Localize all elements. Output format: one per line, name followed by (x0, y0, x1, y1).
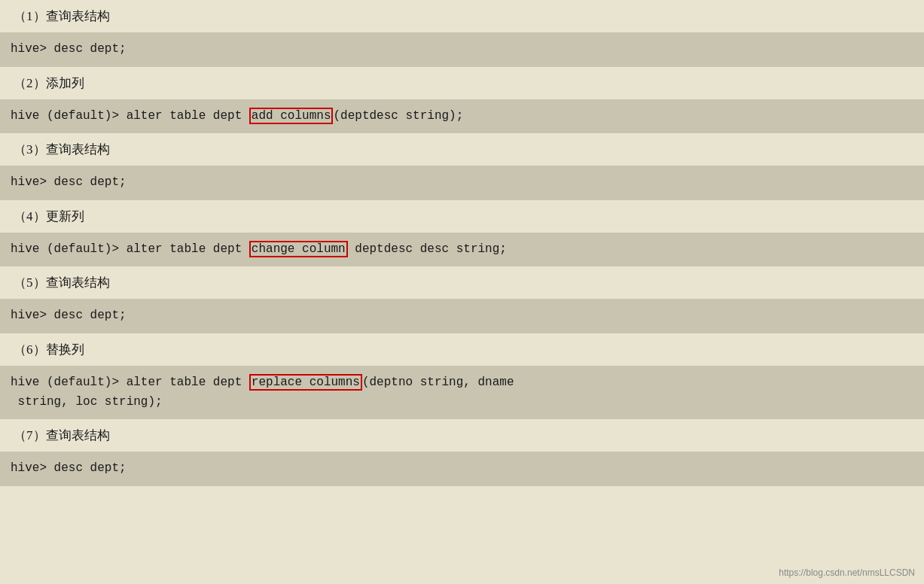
highlight-change-column: change column (249, 241, 348, 257)
heading-5: （5）查询表结构 (0, 266, 924, 299)
section-1: （1）查询表结构 hive> desc dept; (0, 0, 924, 67)
section-5: （5）查询表结构 hive> desc dept; (0, 266, 924, 333)
watermark: https://blog.csdn.net/nmsLLCSDN (779, 567, 915, 578)
code-block-7: hive> desc dept; (0, 452, 924, 486)
code-block-1: hive> desc dept; (0, 32, 924, 67)
code-block-2: hive (default)> alter table dept add col… (0, 99, 924, 134)
code-text-4b: deptdesc desc string; (348, 242, 507, 256)
heading-2: （2）添加列 (0, 67, 924, 99)
code-text-4a: hive (default)> alter table dept (11, 242, 249, 256)
section-2: （2）添加列 hive (default)> alter table dept … (0, 67, 924, 134)
section-7: （7）查询表结构 hive> desc dept; (0, 419, 924, 486)
highlight-replace-columns: replace columns (249, 374, 362, 391)
code-text-6a: hive (default)> alter table dept (11, 376, 249, 389)
code-block-4: hive (default)> alter table dept change … (0, 233, 924, 267)
code-text-2a: hive (default)> alter table dept (11, 109, 249, 123)
code-block-3: hive> desc dept; (0, 166, 924, 200)
section-4: （4）更新列 hive (default)> alter table dept … (0, 200, 924, 267)
code-block-5: hive> desc dept; (0, 299, 924, 333)
heading-6: （6）替换列 (0, 333, 924, 366)
section-3: （3）查询表结构 hive> desc dept; (0, 133, 924, 200)
heading-3: （3）查询表结构 (0, 133, 924, 166)
code-text-2b: (deptdesc string); (333, 109, 463, 123)
heading-1: （1）查询表结构 (0, 0, 924, 32)
heading-4: （4）更新列 (0, 200, 924, 233)
heading-7: （7）查询表结构 (0, 419, 924, 452)
highlight-add-columns: add columns (249, 108, 334, 124)
section-6: （6）替换列 hive (default)> alter table dept … (0, 333, 924, 419)
code-block-6: hive (default)> alter table dept replace… (0, 366, 924, 419)
page-container: （1）查询表结构 hive> desc dept; （2）添加列 hive (d… (0, 0, 924, 584)
